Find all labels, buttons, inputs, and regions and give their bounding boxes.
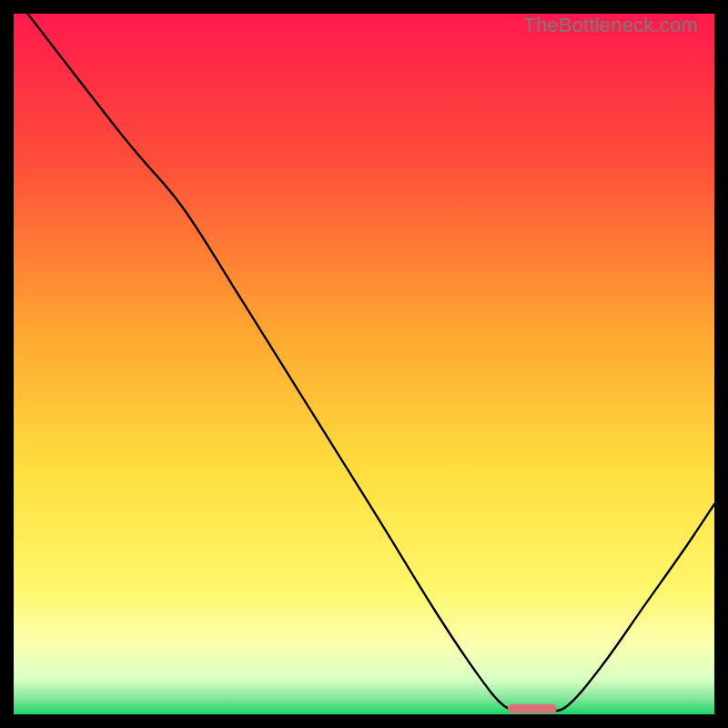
bottleneck-chart bbox=[14, 14, 714, 714]
chart-frame: TheBottleneck.com bbox=[14, 14, 714, 714]
gradient-background bbox=[14, 14, 714, 714]
watermark-text: TheBottleneck.com bbox=[523, 14, 698, 37]
optimal-range-marker bbox=[508, 704, 557, 713]
